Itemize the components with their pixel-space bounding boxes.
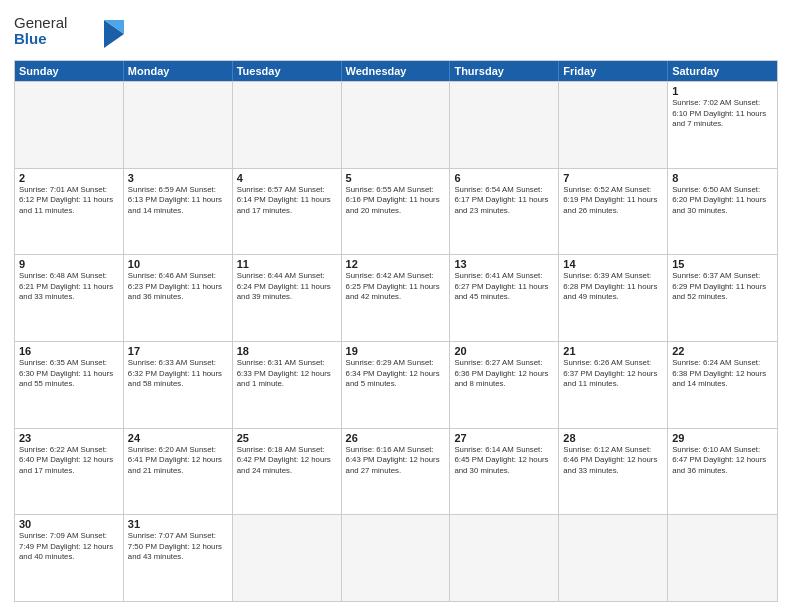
calendar-cell xyxy=(124,82,233,168)
page: General Blue SundayMondayTuesdayWednesda… xyxy=(0,0,792,612)
weekday-header-friday: Friday xyxy=(559,61,668,81)
calendar-cell: 15Sunrise: 6:37 AM Sunset: 6:29 PM Dayli… xyxy=(668,255,777,341)
calendar-cell xyxy=(450,515,559,601)
calendar-row-2: 2Sunrise: 7:01 AM Sunset: 6:12 PM Daylig… xyxy=(15,168,777,255)
day-info: Sunrise: 6:22 AM Sunset: 6:40 PM Dayligh… xyxy=(19,445,119,477)
calendar-cell: 28Sunrise: 6:12 AM Sunset: 6:46 PM Dayli… xyxy=(559,429,668,515)
day-info: Sunrise: 6:57 AM Sunset: 6:14 PM Dayligh… xyxy=(237,185,337,217)
day-info: Sunrise: 6:27 AM Sunset: 6:36 PM Dayligh… xyxy=(454,358,554,390)
weekday-header-wednesday: Wednesday xyxy=(342,61,451,81)
day-number: 31 xyxy=(128,518,228,530)
calendar-cell: 29Sunrise: 6:10 AM Sunset: 6:47 PM Dayli… xyxy=(668,429,777,515)
logo: General Blue xyxy=(14,10,134,54)
calendar-header: SundayMondayTuesdayWednesdayThursdayFrid… xyxy=(15,61,777,81)
calendar-cell: 31Sunrise: 7:07 AM Sunset: 7:50 PM Dayli… xyxy=(124,515,233,601)
calendar-cell: 10Sunrise: 6:46 AM Sunset: 6:23 PM Dayli… xyxy=(124,255,233,341)
calendar-cell: 23Sunrise: 6:22 AM Sunset: 6:40 PM Dayli… xyxy=(15,429,124,515)
calendar: SundayMondayTuesdayWednesdayThursdayFrid… xyxy=(14,60,778,602)
day-info: Sunrise: 6:39 AM Sunset: 6:28 PM Dayligh… xyxy=(563,271,663,303)
calendar-cell: 17Sunrise: 6:33 AM Sunset: 6:32 PM Dayli… xyxy=(124,342,233,428)
day-info: Sunrise: 6:12 AM Sunset: 6:46 PM Dayligh… xyxy=(563,445,663,477)
day-info: Sunrise: 6:29 AM Sunset: 6:34 PM Dayligh… xyxy=(346,358,446,390)
weekday-header-monday: Monday xyxy=(124,61,233,81)
day-number: 26 xyxy=(346,432,446,444)
day-info: Sunrise: 6:16 AM Sunset: 6:43 PM Dayligh… xyxy=(346,445,446,477)
day-info: Sunrise: 7:07 AM Sunset: 7:50 PM Dayligh… xyxy=(128,531,228,563)
day-number: 7 xyxy=(563,172,663,184)
calendar-row-4: 16Sunrise: 6:35 AM Sunset: 6:30 PM Dayli… xyxy=(15,341,777,428)
calendar-cell: 2Sunrise: 7:01 AM Sunset: 6:12 PM Daylig… xyxy=(15,169,124,255)
weekday-header-sunday: Sunday xyxy=(15,61,124,81)
day-number: 20 xyxy=(454,345,554,357)
calendar-cell: 7Sunrise: 6:52 AM Sunset: 6:19 PM Daylig… xyxy=(559,169,668,255)
day-info: Sunrise: 6:37 AM Sunset: 6:29 PM Dayligh… xyxy=(672,271,773,303)
day-info: Sunrise: 6:52 AM Sunset: 6:19 PM Dayligh… xyxy=(563,185,663,217)
day-number: 23 xyxy=(19,432,119,444)
calendar-cell: 18Sunrise: 6:31 AM Sunset: 6:33 PM Dayli… xyxy=(233,342,342,428)
day-number: 29 xyxy=(672,432,773,444)
day-number: 14 xyxy=(563,258,663,270)
calendar-cell xyxy=(342,515,451,601)
calendar-cell xyxy=(342,82,451,168)
day-number: 9 xyxy=(19,258,119,270)
calendar-cell xyxy=(668,515,777,601)
calendar-cell: 26Sunrise: 6:16 AM Sunset: 6:43 PM Dayli… xyxy=(342,429,451,515)
day-number: 30 xyxy=(19,518,119,530)
calendar-cell xyxy=(233,515,342,601)
calendar-cell: 9Sunrise: 6:48 AM Sunset: 6:21 PM Daylig… xyxy=(15,255,124,341)
calendar-cell: 8Sunrise: 6:50 AM Sunset: 6:20 PM Daylig… xyxy=(668,169,777,255)
calendar-cell: 11Sunrise: 6:44 AM Sunset: 6:24 PM Dayli… xyxy=(233,255,342,341)
day-info: Sunrise: 7:02 AM Sunset: 6:10 PM Dayligh… xyxy=(672,98,773,130)
day-number: 21 xyxy=(563,345,663,357)
calendar-cell: 13Sunrise: 6:41 AM Sunset: 6:27 PM Dayli… xyxy=(450,255,559,341)
day-number: 18 xyxy=(237,345,337,357)
calendar-cell: 20Sunrise: 6:27 AM Sunset: 6:36 PM Dayli… xyxy=(450,342,559,428)
calendar-cell xyxy=(559,82,668,168)
day-number: 28 xyxy=(563,432,663,444)
day-info: Sunrise: 6:35 AM Sunset: 6:30 PM Dayligh… xyxy=(19,358,119,390)
day-info: Sunrise: 7:09 AM Sunset: 7:49 PM Dayligh… xyxy=(19,531,119,563)
day-number: 19 xyxy=(346,345,446,357)
calendar-cell: 1Sunrise: 7:02 AM Sunset: 6:10 PM Daylig… xyxy=(668,82,777,168)
calendar-cell xyxy=(233,82,342,168)
day-number: 3 xyxy=(128,172,228,184)
day-info: Sunrise: 6:26 AM Sunset: 6:37 PM Dayligh… xyxy=(563,358,663,390)
day-number: 4 xyxy=(237,172,337,184)
day-number: 6 xyxy=(454,172,554,184)
calendar-cell: 30Sunrise: 7:09 AM Sunset: 7:49 PM Dayli… xyxy=(15,515,124,601)
calendar-cell: 22Sunrise: 6:24 AM Sunset: 6:38 PM Dayli… xyxy=(668,342,777,428)
weekday-header-thursday: Thursday xyxy=(450,61,559,81)
day-number: 10 xyxy=(128,258,228,270)
day-number: 12 xyxy=(346,258,446,270)
day-info: Sunrise: 6:50 AM Sunset: 6:20 PM Dayligh… xyxy=(672,185,773,217)
day-number: 5 xyxy=(346,172,446,184)
day-number: 2 xyxy=(19,172,119,184)
day-info: Sunrise: 6:41 AM Sunset: 6:27 PM Dayligh… xyxy=(454,271,554,303)
calendar-row-3: 9Sunrise: 6:48 AM Sunset: 6:21 PM Daylig… xyxy=(15,254,777,341)
day-info: Sunrise: 6:10 AM Sunset: 6:47 PM Dayligh… xyxy=(672,445,773,477)
calendar-cell: 24Sunrise: 6:20 AM Sunset: 6:41 PM Dayli… xyxy=(124,429,233,515)
header: General Blue xyxy=(14,10,778,54)
day-info: Sunrise: 6:42 AM Sunset: 6:25 PM Dayligh… xyxy=(346,271,446,303)
calendar-cell: 3Sunrise: 6:59 AM Sunset: 6:13 PM Daylig… xyxy=(124,169,233,255)
day-number: 15 xyxy=(672,258,773,270)
calendar-row-6: 30Sunrise: 7:09 AM Sunset: 7:49 PM Dayli… xyxy=(15,514,777,601)
day-info: Sunrise: 6:20 AM Sunset: 6:41 PM Dayligh… xyxy=(128,445,228,477)
day-info: Sunrise: 6:18 AM Sunset: 6:42 PM Dayligh… xyxy=(237,445,337,477)
calendar-cell xyxy=(15,82,124,168)
day-info: Sunrise: 6:44 AM Sunset: 6:24 PM Dayligh… xyxy=(237,271,337,303)
calendar-cell xyxy=(559,515,668,601)
weekday-header-tuesday: Tuesday xyxy=(233,61,342,81)
calendar-cell: 6Sunrise: 6:54 AM Sunset: 6:17 PM Daylig… xyxy=(450,169,559,255)
calendar-cell: 4Sunrise: 6:57 AM Sunset: 6:14 PM Daylig… xyxy=(233,169,342,255)
day-number: 27 xyxy=(454,432,554,444)
svg-text:Blue: Blue xyxy=(14,30,47,47)
day-number: 24 xyxy=(128,432,228,444)
day-number: 22 xyxy=(672,345,773,357)
calendar-cell: 21Sunrise: 6:26 AM Sunset: 6:37 PM Dayli… xyxy=(559,342,668,428)
day-info: Sunrise: 6:55 AM Sunset: 6:16 PM Dayligh… xyxy=(346,185,446,217)
day-info: Sunrise: 6:48 AM Sunset: 6:21 PM Dayligh… xyxy=(19,271,119,303)
calendar-row-5: 23Sunrise: 6:22 AM Sunset: 6:40 PM Dayli… xyxy=(15,428,777,515)
calendar-body: 1Sunrise: 7:02 AM Sunset: 6:10 PM Daylig… xyxy=(15,81,777,601)
calendar-cell: 16Sunrise: 6:35 AM Sunset: 6:30 PM Dayli… xyxy=(15,342,124,428)
